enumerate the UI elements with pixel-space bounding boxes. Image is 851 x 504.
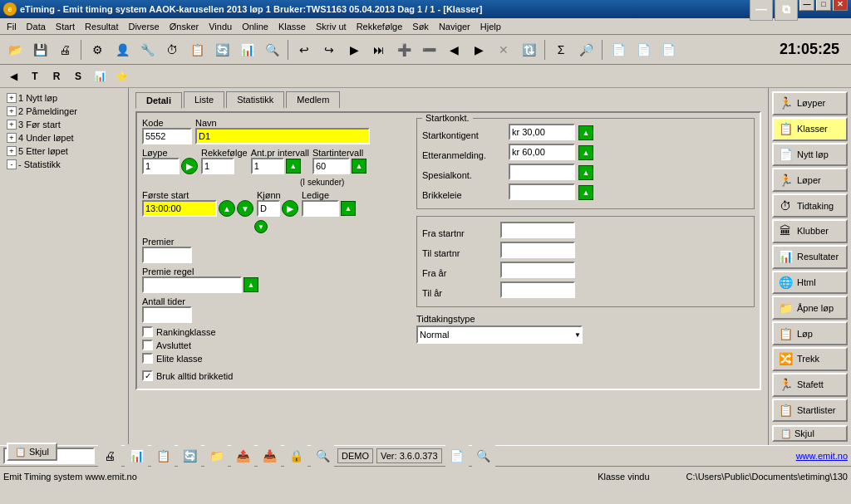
forste-start-input[interactable] — [142, 200, 217, 217]
maximize-btn[interactable]: □ — [816, 0, 831, 11]
tb-right-btn[interactable]: ▶ — [467, 38, 490, 61]
menu-item-vindu[interactable]: Vindu — [204, 20, 237, 33]
spesialkont-btn[interactable]: ▲ — [578, 165, 593, 180]
right-btn-html[interactable]: 🌐 Html — [772, 271, 848, 295]
startkontigent-btn[interactable]: ▲ — [578, 125, 593, 140]
sb-btn8[interactable]: 🔒 — [284, 444, 307, 467]
menu-item-diverse[interactable]: Diverse — [123, 20, 164, 33]
close-btn[interactable]: ✕ — [833, 0, 848, 11]
brikkeleie-input[interactable] — [509, 183, 575, 200]
sb-btn6[interactable]: 📤 — [231, 444, 254, 467]
startkontigent-input[interactable] — [509, 124, 575, 140]
right-btn-nyttlop[interactable]: 📄 Nytt løp — [772, 143, 848, 167]
sub-tb-back-btn[interactable]: ◀ — [3, 67, 23, 86]
menu-item-data[interactable]: Data — [22, 20, 51, 33]
expander-3[interactable]: + — [7, 120, 17, 130]
tb-minus-btn[interactable]: ➖ — [417, 38, 440, 61]
tb-print-btn[interactable]: 🖨 — [53, 38, 76, 61]
right-btn-startlister[interactable]: 📋 Startlister — [772, 399, 848, 423]
sidebar-item-2[interactable]: + 2 Påmeldinger — [3, 105, 125, 118]
premie-regel-select[interactable] — [142, 276, 242, 293]
avsluttet-checkbox[interactable] — [142, 340, 153, 350]
spesialkont-input[interactable] — [509, 164, 575, 180]
right-btn-apnelop[interactable]: 📁 Åpne løp — [772, 296, 848, 320]
sidebar-item-3[interactable]: + 3 Før start — [3, 118, 125, 131]
tb-btn6[interactable]: 📋 — [185, 38, 209, 61]
tb-doc3-btn[interactable]: 📄 — [657, 38, 680, 61]
tb-save-btn[interactable]: 💾 — [28, 38, 52, 61]
ant-pr-intervall-input[interactable] — [251, 158, 284, 174]
right-btn-loyper[interactable]: 🏃 Løyper — [772, 91, 848, 115]
tb-open-btn[interactable]: 📂 — [3, 38, 27, 61]
etteranmelding-btn[interactable]: ▲ — [578, 145, 593, 160]
tb-btn2[interactable]: ⚙ — [86, 38, 109, 61]
sb-btn4[interactable]: 🔄 — [178, 444, 201, 467]
rekkefølge-input[interactable] — [201, 158, 234, 174]
emit-link[interactable]: www.emit.no — [796, 451, 848, 461]
sub-tb-chart-btn[interactable]: 📊 — [90, 67, 110, 86]
menu-item-hjelp[interactable]: Hjelp — [475, 20, 506, 33]
tb-play-btn[interactable]: ▶ — [342, 38, 366, 61]
sb-zoom-btn[interactable]: 🔍 — [472, 444, 495, 467]
right-btn-resultater[interactable]: 📊 Resultater — [772, 245, 848, 269]
sub-tb-T-btn[interactable]: T — [25, 67, 45, 86]
forste-start-down-btn[interactable]: ▼ — [237, 200, 253, 217]
expander-5[interactable]: + — [7, 146, 17, 156]
tb-left-btn[interactable]: ◀ — [442, 38, 465, 61]
menu-item-rekkefølge[interactable]: Rekkefølge — [352, 20, 408, 33]
til-ar-input[interactable] — [500, 281, 575, 298]
tb-redo-btn[interactable]: ↪ — [317, 38, 341, 61]
ledige-input[interactable] — [302, 200, 339, 217]
tb-search-icon[interactable]: 🔎 — [574, 38, 598, 61]
menu-item-resultat[interactable]: Resultat — [80, 20, 123, 33]
fra-startnr-input[interactable] — [500, 222, 575, 238]
right-panel-hide-btn[interactable]: 📋 Skjul — [772, 425, 848, 442]
ant-pr-up-btn[interactable]: ▲ — [286, 159, 301, 174]
tb-cancel-btn[interactable]: ✕ — [492, 38, 515, 61]
loype-select[interactable]: 1 — [142, 158, 180, 174]
right-btn-stafett[interactable]: 🏃 Stafett — [772, 373, 848, 397]
premie-regel-btn[interactable]: ▲ — [243, 277, 258, 292]
subwindow-restore-btn[interactable]: ⧉ — [775, 0, 798, 21]
navn-input[interactable] — [195, 128, 370, 144]
right-btn-tidtaking[interactable]: ⏱ Tidtaking — [772, 193, 848, 218]
menu-item-ønsker[interactable]: Ønsker — [165, 20, 204, 33]
menu-item-klasse[interactable]: Klasse — [273, 20, 311, 33]
tb-sum-btn[interactable]: Σ — [549, 38, 573, 61]
elite-klasse-checkbox[interactable] — [142, 353, 153, 364]
premier-input[interactable] — [142, 247, 192, 263]
brikkeleie-btn[interactable]: ▲ — [578, 185, 593, 200]
right-btn-klasser[interactable]: 📋 Klasser — [772, 117, 848, 141]
forste-start-up-btn[interactable]: ▲ — [219, 200, 235, 217]
tab-liste[interactable]: Liste — [184, 91, 224, 108]
til-startnr-input[interactable] — [500, 242, 575, 258]
etteranmelding-input[interactable] — [509, 144, 575, 160]
tab-statistikk[interactable]: Statistikk — [226, 91, 284, 108]
expander-1[interactable]: + — [7, 93, 17, 103]
sb-btn3[interactable]: 📋 — [151, 444, 175, 467]
tb-btn5[interactable]: ⏱ — [160, 38, 184, 61]
menu-item-naviger[interactable]: Naviger — [434, 20, 475, 33]
expander-2[interactable]: + — [7, 106, 17, 116]
loype-arrow-btn[interactable]: ▶ — [181, 158, 198, 174]
menu-item-online[interactable]: Online — [237, 20, 273, 33]
tb-btn9[interactable]: 🔍 — [260, 38, 283, 61]
tab-detali[interactable]: Detali — [135, 92, 182, 109]
kjonn-input[interactable] — [257, 200, 280, 217]
kode-input[interactable] — [142, 128, 192, 144]
sub-tb-S-btn[interactable]: S — [68, 67, 88, 86]
menu-item-søk[interactable]: Søk — [407, 20, 434, 33]
fra-ar-input[interactable] — [500, 262, 575, 278]
kjonn-down-btn[interactable]: ▼ — [254, 220, 268, 233]
sidebar-item-5[interactable]: + 5 Etter løpet — [3, 144, 125, 158]
tb-btn7[interactable]: 🔄 — [210, 38, 234, 61]
kjonn-arrow-btn[interactable]: ▶ — [282, 200, 298, 217]
tb-btn8[interactable]: 📊 — [235, 38, 258, 61]
rankingklasse-checkbox[interactable] — [142, 326, 153, 337]
tb-end-btn[interactable]: ⏭ — [367, 38, 391, 61]
sidebar-hide-btn[interactable]: 📋 Skjul — [7, 443, 57, 445]
tb-doc2-btn[interactable]: 📄 — [632, 38, 655, 61]
minimize-btn[interactable]: — — [799, 0, 814, 11]
right-btn-loper[interactable]: 🏃 Løper — [772, 168, 848, 192]
sb-btn9[interactable]: 🔍 — [311, 444, 334, 467]
